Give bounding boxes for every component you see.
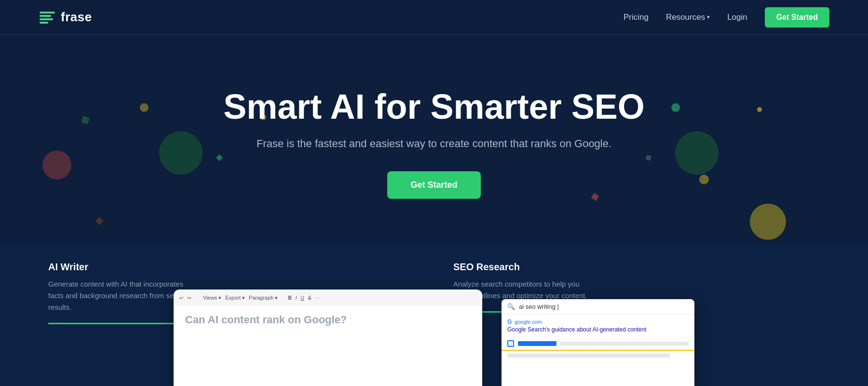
toolbar-italic: I xyxy=(296,295,297,301)
logo[interactable]: frase xyxy=(39,9,92,26)
result-row-2 xyxy=(502,350,694,360)
decor-sq-4 xyxy=(646,155,651,161)
result-title: Google Search's guidance about AI-genera… xyxy=(507,326,689,333)
result-icon-box xyxy=(507,340,514,347)
result-source: G google.com xyxy=(507,318,689,325)
decor-circle-5 xyxy=(750,204,786,240)
result-bar-2 xyxy=(507,354,670,358)
seo-research-title: SEO Research xyxy=(453,262,820,273)
toolbar-views: Views ▾ xyxy=(203,295,221,301)
nav-links: Pricing Resources ▾ Login Get Started xyxy=(624,7,829,28)
search-result-1: G google.com Google Search's guidance ab… xyxy=(502,315,694,337)
editor-mock: ↩ ↪ Views ▾ Export ▾ Paragraph ▾ B I U S… xyxy=(174,290,482,386)
google-g-icon: G xyxy=(507,318,512,325)
hero-subtitle: Frase is the fastest and easiest way to … xyxy=(257,138,611,150)
decor-circle-6 xyxy=(671,103,680,112)
decor-circle-2 xyxy=(42,151,71,179)
hero-title: Smart AI for Smarter SEO xyxy=(223,88,645,126)
screenshots-container: ↩ ↪ Views ▾ Export ▾ Paragraph ▾ B I U S… xyxy=(174,290,694,386)
get-started-nav-button[interactable]: Get Started xyxy=(765,7,829,28)
result-bar-empty xyxy=(560,342,689,345)
logo-text: frase xyxy=(61,10,92,25)
ai-writer-desc: Generate content with AI that incorporat… xyxy=(48,278,193,313)
decor-sq-5 xyxy=(95,217,104,225)
result-bar-row xyxy=(502,340,694,350)
toolbar-undo: ↩ xyxy=(179,295,183,301)
decor-circle-4 xyxy=(675,131,719,175)
toolbar-underline: U xyxy=(301,295,304,301)
editor-toolbar: ↩ ↪ Views ▾ Export ▾ Paragraph ▾ B I U S… xyxy=(174,290,482,306)
toolbar-strikethrough: S xyxy=(308,295,312,301)
decor-sq-3 xyxy=(591,193,599,201)
search-icon: 🔍 xyxy=(507,303,515,310)
toolbar-more: ⋯ xyxy=(315,295,320,301)
login-link[interactable]: Login xyxy=(727,13,747,22)
toolbar-export: Export ▾ xyxy=(225,295,245,301)
svg-rect-1 xyxy=(40,15,51,17)
result-bar-filled xyxy=(518,341,556,346)
decor-sq-1 xyxy=(81,116,90,124)
features-section: AI Writer Generate content with AI that … xyxy=(0,242,868,386)
resources-link[interactable]: Resources ▾ xyxy=(666,13,710,22)
toolbar-paragraph: Paragraph ▾ xyxy=(249,295,278,301)
decor-dot-2 xyxy=(757,107,762,112)
search-bar-mock: 🔍 ai seo writing | xyxy=(502,299,694,315)
decor-sq-2 xyxy=(216,154,223,161)
hero-section: Smart AI for Smarter SEO Frase is the fa… xyxy=(0,35,868,242)
svg-rect-2 xyxy=(40,18,53,20)
toolbar-redo: ↪ xyxy=(187,295,191,301)
svg-rect-3 xyxy=(40,22,48,24)
decor-dot-3 xyxy=(699,175,709,184)
search-panel-mock: 🔍 ai seo writing | G google.com Google S… xyxy=(502,299,694,386)
ai-writer-title: AI Writer xyxy=(48,262,415,273)
search-query-mock: ai seo writing | xyxy=(519,303,689,310)
navbar: frase Pricing Resources ▾ Login Get Star… xyxy=(0,0,868,35)
editor-content: Can AI content rank on Google? xyxy=(174,306,482,386)
pricing-link[interactable]: Pricing xyxy=(624,13,649,22)
result-domain: google.com xyxy=(515,319,542,325)
svg-rect-0 xyxy=(40,12,55,14)
toolbar-bold: B xyxy=(288,295,292,301)
decor-circle-3 xyxy=(140,103,149,112)
chevron-down-icon: ▾ xyxy=(707,14,710,20)
editor-heading: Can AI content rank on Google? xyxy=(185,314,471,326)
logo-icon xyxy=(39,9,56,26)
decor-circle-1 xyxy=(159,131,203,175)
get-started-hero-button[interactable]: Get Started xyxy=(387,171,480,199)
